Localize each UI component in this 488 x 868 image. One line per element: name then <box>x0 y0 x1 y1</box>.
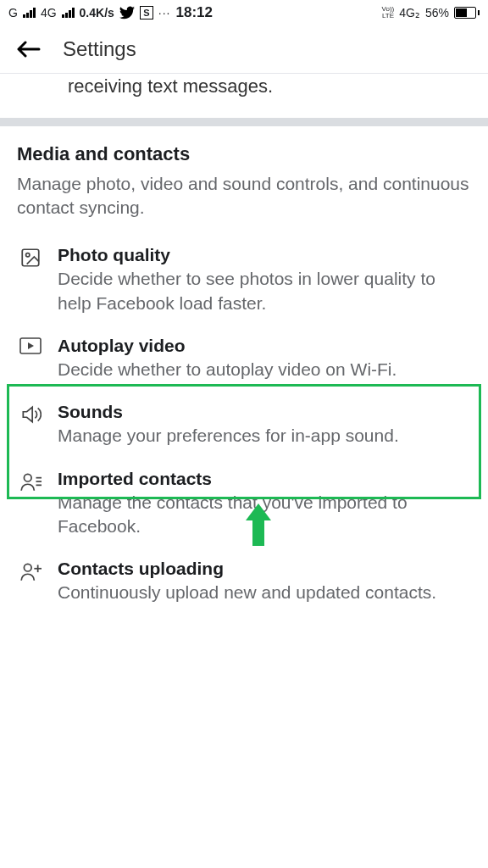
contacts-icon <box>17 469 44 539</box>
section-title: Media and contacts <box>17 143 471 165</box>
app-header: Settings <box>0 25 488 74</box>
svg-point-3 <box>24 474 31 481</box>
network-4g-label: 4G <box>41 6 57 19</box>
page-title: Settings <box>63 37 136 61</box>
arrow-left-icon <box>17 41 41 58</box>
item-desc: Manage your preferences for in-app sound… <box>58 424 471 448</box>
item-sounds[interactable]: Sounds Manage your preferences for in-ap… <box>17 392 471 458</box>
network-right-label: 4G₂ <box>399 6 420 19</box>
clock: 18:12 <box>176 4 213 21</box>
media-contacts-section: Media and contacts Manage photo, video a… <box>0 126 488 629</box>
section-subtitle: Manage photo, video and sound controls, … <box>17 172 471 220</box>
svg-rect-0 <box>22 250 39 267</box>
status-bar: G 4G 0.4K/s S ··· 18:12 Vo)) LTE 4G₂ 56% <box>0 0 488 25</box>
network-g-label: G <box>8 6 18 19</box>
sound-icon <box>17 402 44 448</box>
battery-icon <box>454 7 480 19</box>
item-desc: Manage the contacts that you've imported… <box>58 491 471 539</box>
item-title: Sounds <box>58 402 471 422</box>
truncated-text: receiving text messages. <box>68 75 273 97</box>
item-contacts-uploading[interactable]: Contacts uploading Continuously upload n… <box>17 548 471 615</box>
item-desc: Decide whether to autoplay video on Wi-F… <box>58 358 471 381</box>
truncated-previous-item[interactable]: receiving text messages. <box>0 74 488 118</box>
svg-point-1 <box>26 253 30 257</box>
item-title: Autoplay video <box>58 336 471 356</box>
svg-point-7 <box>24 565 31 572</box>
status-left: G 4G 0.4K/s S ··· 18:12 <box>8 4 213 21</box>
item-title: Imported contacts <box>58 469 471 489</box>
data-speed: 0.4K/s <box>80 6 114 19</box>
status-right: Vo)) LTE 4G₂ 56% <box>382 6 480 19</box>
sim-icon: S <box>140 6 153 19</box>
item-desc: Decide whether to see photos in lower qu… <box>58 267 471 315</box>
item-desc: Continuously upload new and updated cont… <box>58 581 471 604</box>
item-title: Contacts uploading <box>58 559 471 579</box>
back-button[interactable] <box>17 41 41 58</box>
section-divider <box>0 118 488 126</box>
video-play-icon <box>17 336 44 381</box>
photo-icon <box>17 245 44 315</box>
twitter-icon <box>119 6 135 19</box>
item-autoplay-video[interactable]: Autoplay video Decide whether to autopla… <box>17 326 471 392</box>
battery-percent: 56% <box>425 6 449 19</box>
more-icon: ··· <box>158 6 171 19</box>
item-imported-contacts[interactable]: Imported contacts Manage the contacts th… <box>17 459 471 549</box>
item-photo-quality[interactable]: Photo quality Decide whether to see phot… <box>17 235 471 326</box>
volte-icon: Vo)) LTE <box>382 6 395 19</box>
signal-bars-2-icon <box>62 8 75 18</box>
item-title: Photo quality <box>58 245 471 265</box>
contacts-upload-icon <box>17 559 44 604</box>
signal-bars-1-icon <box>23 8 36 18</box>
